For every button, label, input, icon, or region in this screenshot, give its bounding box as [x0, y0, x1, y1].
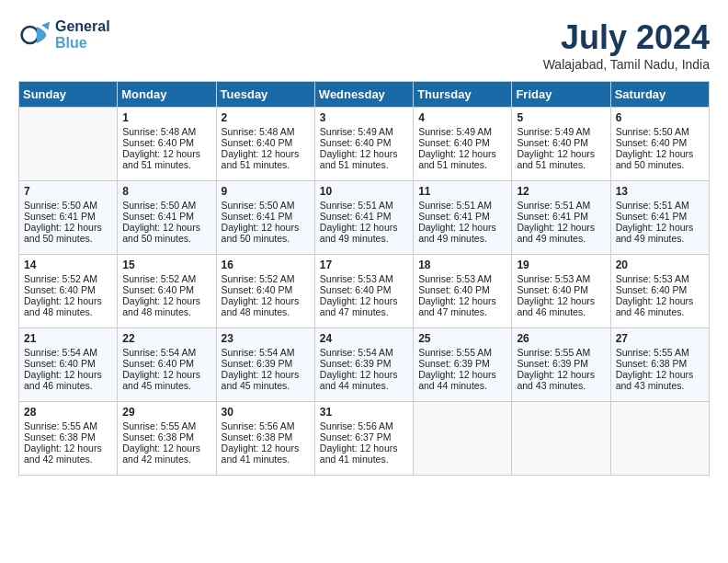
logo-icon: [18, 18, 51, 52]
day-info-line: Sunrise: 5:55 AM: [418, 347, 506, 358]
day-info-line: Sunset: 6:39 PM: [418, 358, 506, 369]
calendar-cell: 31Sunrise: 5:56 AMSunset: 6:37 PMDayligh…: [314, 402, 413, 476]
day-info-line: and 48 minutes.: [122, 306, 210, 317]
weekday-header-wednesday: Wednesday: [314, 82, 413, 108]
day-info-line: Daylight: 12 hours: [320, 369, 408, 380]
day-info-line: and 49 minutes.: [616, 233, 704, 244]
day-info-line: Daylight: 12 hours: [122, 442, 210, 454]
day-info-line: and 51 minutes.: [122, 159, 210, 170]
day-info-line: Sunset: 6:41 PM: [24, 211, 112, 222]
calendar-cell: 2Sunrise: 5:48 AMSunset: 6:40 PMDaylight…: [216, 108, 314, 181]
day-info-line: Daylight: 12 hours: [24, 369, 112, 380]
location-subtitle: Walajabad, Tamil Nadu, India: [543, 57, 710, 72]
calendar-cell: 14Sunrise: 5:52 AMSunset: 6:40 PMDayligh…: [19, 255, 118, 328]
day-info-line: Sunrise: 5:53 AM: [320, 273, 408, 284]
calendar-week-row: 28Sunrise: 5:55 AMSunset: 6:38 PMDayligh…: [19, 402, 710, 476]
calendar-cell: 3Sunrise: 5:49 AMSunset: 6:40 PMDaylight…: [314, 108, 413, 181]
weekday-header-thursday: Thursday: [414, 82, 512, 108]
calendar-cell: [512, 402, 610, 476]
day-info-line: Daylight: 12 hours: [517, 222, 605, 233]
calendar-cell: 15Sunrise: 5:52 AMSunset: 6:40 PMDayligh…: [118, 255, 216, 328]
day-info-line: Daylight: 12 hours: [616, 369, 704, 380]
day-number: 19: [517, 259, 605, 271]
calendar-cell: [414, 402, 512, 476]
day-info-line: Sunset: 6:38 PM: [222, 431, 310, 442]
day-info-line: Sunset: 6:41 PM: [616, 211, 704, 222]
calendar-cell: 30Sunrise: 5:56 AMSunset: 6:38 PMDayligh…: [216, 402, 314, 476]
day-info-line: Sunrise: 5:54 AM: [24, 347, 112, 358]
calendar-cell: 18Sunrise: 5:53 AMSunset: 6:40 PMDayligh…: [414, 255, 512, 328]
day-info-line: and 46 minutes.: [24, 380, 112, 391]
calendar-cell: 24Sunrise: 5:54 AMSunset: 6:39 PMDayligh…: [314, 328, 413, 402]
svg-point-0: [22, 27, 39, 43]
day-info-line: Sunset: 6:38 PM: [24, 431, 112, 442]
day-info-line: Sunset: 6:40 PM: [616, 284, 704, 295]
day-info-line: Sunrise: 5:49 AM: [418, 126, 506, 137]
calendar-cell: 29Sunrise: 5:55 AMSunset: 6:38 PMDayligh…: [118, 402, 216, 476]
calendar-week-row: 1Sunrise: 5:48 AMSunset: 6:40 PMDaylight…: [19, 108, 710, 181]
day-info-line: Sunset: 6:38 PM: [122, 431, 210, 442]
weekday-header-tuesday: Tuesday: [216, 82, 314, 108]
day-info-line: Daylight: 12 hours: [222, 295, 310, 306]
day-info-line: Daylight: 12 hours: [24, 222, 112, 233]
day-info-line: Sunrise: 5:52 AM: [222, 273, 310, 284]
day-number: 5: [517, 111, 605, 124]
day-number: 13: [616, 185, 704, 198]
day-info-line: Sunrise: 5:56 AM: [320, 420, 408, 431]
title-block: July 2024 Walajabad, Tamil Nadu, India: [543, 18, 710, 72]
calendar-cell: 10Sunrise: 5:51 AMSunset: 6:41 PMDayligh…: [314, 181, 413, 255]
day-number: 18: [418, 259, 506, 271]
day-info-line: Sunrise: 5:54 AM: [320, 347, 408, 358]
calendar-table: SundayMondayTuesdayWednesdayThursdayFrid…: [18, 81, 710, 476]
calendar-cell: 9Sunrise: 5:50 AMSunset: 6:41 PMDaylight…: [216, 181, 314, 255]
day-info-line: Sunrise: 5:51 AM: [320, 200, 408, 211]
day-info-line: Sunrise: 5:49 AM: [517, 126, 605, 137]
day-info-line: Sunrise: 5:56 AM: [222, 420, 310, 431]
day-info-line: Sunset: 6:40 PM: [222, 137, 310, 148]
day-number: 20: [616, 259, 704, 271]
day-number: 2: [222, 111, 310, 124]
day-info-line: Daylight: 12 hours: [122, 222, 210, 233]
day-info-line: and 42 minutes.: [122, 454, 210, 465]
day-info-line: and 43 minutes.: [616, 380, 704, 391]
calendar-cell: 25Sunrise: 5:55 AMSunset: 6:39 PMDayligh…: [414, 328, 512, 402]
day-number: 30: [222, 406, 310, 419]
day-info-line: Sunset: 6:41 PM: [122, 211, 210, 222]
day-info-line: Daylight: 12 hours: [517, 295, 605, 306]
day-info-line: Daylight: 12 hours: [517, 148, 605, 159]
day-info-line: Sunrise: 5:51 AM: [418, 200, 506, 211]
day-info-line: and 48 minutes.: [24, 306, 112, 317]
day-info-line: Sunset: 6:40 PM: [122, 358, 210, 369]
day-info-line: and 48 minutes.: [222, 306, 310, 317]
day-number: 24: [320, 332, 408, 345]
calendar-cell: 27Sunrise: 5:55 AMSunset: 6:38 PMDayligh…: [610, 328, 709, 402]
day-number: 25: [418, 332, 506, 345]
day-info-line: Sunrise: 5:52 AM: [122, 273, 210, 284]
day-info-line: Daylight: 12 hours: [320, 442, 408, 454]
weekday-header-friday: Friday: [512, 82, 610, 108]
day-info-line: and 42 minutes.: [24, 454, 112, 465]
calendar-week-row: 7Sunrise: 5:50 AMSunset: 6:41 PMDaylight…: [19, 181, 710, 255]
calendar-cell: 1Sunrise: 5:48 AMSunset: 6:40 PMDaylight…: [118, 108, 216, 181]
day-info-line: and 50 minutes.: [222, 233, 310, 244]
day-number: 28: [24, 406, 112, 419]
day-info-line: Daylight: 12 hours: [122, 295, 210, 306]
day-info-line: Sunset: 6:41 PM: [517, 211, 605, 222]
day-number: 26: [517, 332, 605, 345]
day-info-line: Sunrise: 5:50 AM: [122, 200, 210, 211]
calendar-cell: 6Sunrise: 5:50 AMSunset: 6:40 PMDaylight…: [610, 108, 709, 181]
day-number: 29: [122, 406, 210, 419]
day-info-line: Sunset: 6:40 PM: [24, 284, 112, 295]
day-number: 21: [24, 332, 112, 345]
weekday-header-saturday: Saturday: [610, 82, 709, 108]
day-info-line: Sunset: 6:41 PM: [320, 211, 408, 222]
day-info-line: and 51 minutes.: [418, 159, 506, 170]
day-info-line: and 46 minutes.: [517, 306, 605, 317]
day-info-line: and 47 minutes.: [418, 306, 506, 317]
calendar-body: 1Sunrise: 5:48 AMSunset: 6:40 PMDaylight…: [19, 108, 710, 476]
day-info-line: Sunrise: 5:52 AM: [24, 273, 112, 284]
day-info-line: Daylight: 12 hours: [320, 222, 408, 233]
day-info-line: Daylight: 12 hours: [616, 295, 704, 306]
logo: General Blue: [18, 18, 110, 52]
calendar-week-row: 14Sunrise: 5:52 AMSunset: 6:40 PMDayligh…: [19, 255, 710, 328]
